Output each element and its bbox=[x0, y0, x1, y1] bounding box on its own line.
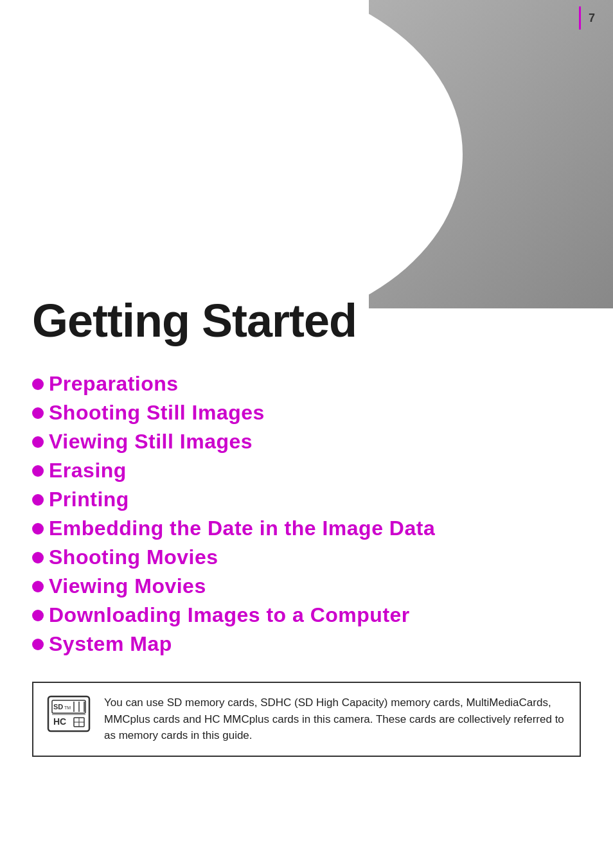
page-container: 7 Getting Started PreparationsShooting S… bbox=[0, 0, 613, 868]
menu-link-shooting-still[interactable]: Shooting Still Images bbox=[49, 401, 265, 425]
menu-item-preparations[interactable]: Preparations bbox=[32, 372, 581, 396]
menu-item-system-map[interactable]: System Map bbox=[32, 632, 581, 656]
menu-item-viewing-movies[interactable]: Viewing Movies bbox=[32, 574, 581, 598]
info-box: SD TM HC You can use SD memory cards, bbox=[32, 682, 581, 757]
menu-link-viewing-still[interactable]: Viewing Still Images bbox=[49, 430, 253, 454]
bullet-dot-printing bbox=[32, 494, 44, 506]
bullet-dot-preparations bbox=[32, 378, 44, 390]
page-title: Getting Started bbox=[32, 296, 581, 346]
bullet-dot-erasing bbox=[32, 465, 44, 477]
bullet-dot-viewing-still bbox=[32, 436, 44, 448]
menu-item-erasing[interactable]: Erasing bbox=[32, 459, 581, 483]
white-curve bbox=[0, 0, 463, 308]
svg-text:HC: HC bbox=[53, 716, 66, 727]
bullet-dot-system-map bbox=[32, 639, 44, 650]
menu-link-shooting-movies[interactable]: Shooting Movies bbox=[49, 545, 218, 569]
bullet-dot-shooting-movies bbox=[32, 552, 44, 563]
bullet-dot-shooting-still bbox=[32, 407, 44, 419]
bullet-dot-viewing-movies bbox=[32, 581, 44, 592]
page-number: 7 bbox=[589, 12, 595, 25]
bullet-dot-embedding-date bbox=[32, 523, 44, 535]
bullet-dot-downloading bbox=[32, 610, 44, 621]
main-content: Getting Started PreparationsShooting Sti… bbox=[32, 296, 581, 855]
sd-card-icon: SD TM HC bbox=[46, 695, 91, 733]
menu-item-viewing-still[interactable]: Viewing Still Images bbox=[32, 430, 581, 454]
page-line-decoration bbox=[579, 6, 581, 30]
info-box-text: You can use SD memory cards, SDHC (SD Hi… bbox=[104, 695, 567, 744]
svg-text:TM: TM bbox=[64, 705, 71, 710]
top-decoration bbox=[0, 0, 613, 308]
menu-link-downloading[interactable]: Downloading Images to a Computer bbox=[49, 603, 410, 627]
menu-link-embedding-date[interactable]: Embedding the Date in the Image Data bbox=[49, 517, 435, 540]
menu-item-embedding-date[interactable]: Embedding the Date in the Image Data bbox=[32, 517, 581, 540]
menu-item-printing[interactable]: Printing bbox=[32, 488, 581, 511]
menu-link-preparations[interactable]: Preparations bbox=[49, 372, 179, 396]
svg-text:SD: SD bbox=[53, 703, 63, 711]
menu-list: PreparationsShooting Still ImagesViewing… bbox=[32, 372, 581, 656]
menu-link-viewing-movies[interactable]: Viewing Movies bbox=[49, 574, 206, 598]
menu-link-printing[interactable]: Printing bbox=[49, 488, 129, 511]
menu-item-shooting-movies[interactable]: Shooting Movies bbox=[32, 545, 581, 569]
menu-link-system-map[interactable]: System Map bbox=[49, 632, 172, 656]
menu-item-downloading[interactable]: Downloading Images to a Computer bbox=[32, 603, 581, 627]
menu-link-erasing[interactable]: Erasing bbox=[49, 459, 127, 483]
menu-item-shooting-still[interactable]: Shooting Still Images bbox=[32, 401, 581, 425]
